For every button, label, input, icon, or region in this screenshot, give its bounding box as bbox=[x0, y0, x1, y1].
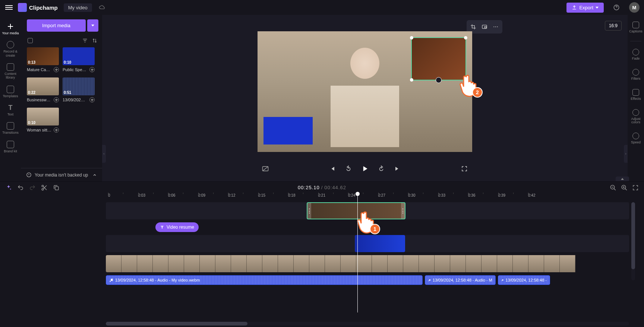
preview-pip-layer[interactable] bbox=[263, 117, 313, 145]
select-all-checkbox[interactable] bbox=[28, 38, 33, 43]
skip-back-button[interactable] bbox=[328, 165, 336, 173]
chevron-down-icon bbox=[91, 25, 94, 26]
svg-point-5 bbox=[495, 26, 496, 27]
play-button[interactable] bbox=[361, 165, 369, 173]
video-clip-filmstrip[interactable] bbox=[106, 255, 629, 272]
nav-text[interactable]: TText bbox=[0, 101, 21, 119]
duplicate-icon[interactable] bbox=[53, 184, 60, 191]
rotate-handle[interactable] bbox=[436, 77, 442, 83]
timecode: 00:25.10 / 00:44.62 bbox=[298, 185, 346, 190]
nav-transitions[interactable]: Transitions bbox=[0, 120, 21, 137]
preview-off-icon[interactable] bbox=[261, 165, 269, 173]
nav-record[interactable]: Record & create bbox=[0, 38, 21, 60]
pip-icon[interactable] bbox=[479, 22, 490, 32]
svg-point-6 bbox=[497, 26, 498, 27]
clip-trim-handle[interactable]: ⋮ bbox=[307, 203, 311, 219]
media-thumb[interactable]: 0:10 Public Speaki… bbox=[63, 47, 95, 72]
record-icon bbox=[7, 41, 14, 48]
prop-speed[interactable]: Speed bbox=[631, 131, 641, 146]
menu-icon[interactable] bbox=[4, 3, 13, 12]
clip-trim-handle[interactable]: ⋮ bbox=[401, 203, 405, 219]
info-icon bbox=[26, 172, 32, 178]
templates-icon bbox=[7, 86, 14, 93]
collapse-panel-right[interactable] bbox=[624, 145, 628, 163]
text-icon: T bbox=[7, 104, 14, 111]
vertical-scrollbar[interactable] bbox=[631, 202, 635, 280]
add-to-timeline-icon[interactable] bbox=[89, 97, 95, 102]
media-thumb[interactable]: 0:13 Mature Cauc… bbox=[27, 47, 59, 72]
nav-brand-kit[interactable]: Brand kit bbox=[0, 138, 21, 156]
preview-person bbox=[331, 41, 399, 147]
export-button[interactable]: Export bbox=[566, 3, 604, 13]
import-media-button[interactable]: Import media bbox=[27, 19, 86, 32]
rewind-button[interactable] bbox=[344, 165, 353, 173]
undo-icon[interactable] bbox=[17, 184, 24, 191]
ruler-tick: 0:42 bbox=[528, 193, 535, 197]
add-to-timeline-icon[interactable] bbox=[89, 67, 95, 72]
resize-handle[interactable] bbox=[464, 36, 467, 39]
forward-button[interactable] bbox=[377, 165, 385, 173]
cloud-sync-icon[interactable] bbox=[99, 4, 105, 11]
skip-forward-button[interactable] bbox=[394, 165, 402, 173]
prop-captions[interactable]: Captions bbox=[629, 20, 643, 35]
video-preview[interactable]: 2 bbox=[258, 31, 472, 152]
timeline-track[interactable] bbox=[106, 255, 629, 272]
prop-filters[interactable]: Filters bbox=[631, 67, 641, 82]
adjust-colors-icon bbox=[632, 109, 639, 116]
ruler-tick: 0:18 bbox=[288, 193, 295, 197]
prop-effects[interactable]: Effects bbox=[631, 88, 641, 102]
prop-fade[interactable]: Fade bbox=[632, 47, 640, 62]
filter-icon[interactable] bbox=[82, 38, 88, 44]
playhead[interactable] bbox=[357, 192, 358, 312]
audio-clip[interactable]: 13/09/2024, 12:58:48 - Audio - My video.… bbox=[106, 275, 423, 285]
audio-clip[interactable]: 13/09/2024, 12:58:48 - bbox=[498, 275, 550, 285]
media-thumb[interactable]: 0:22 Businesswoman … bbox=[27, 77, 59, 102]
import-media-dropdown[interactable] bbox=[87, 19, 98, 32]
ruler-tick: 0:09 bbox=[198, 193, 205, 197]
video-clip[interactable] bbox=[355, 235, 405, 252]
avatar[interactable]: M bbox=[629, 2, 640, 13]
more-icon[interactable] bbox=[490, 22, 501, 32]
text-clip[interactable]: Video resume bbox=[155, 222, 199, 232]
zoom-fit-icon[interactable] bbox=[632, 184, 639, 191]
nav-your-media[interactable]: Your media bbox=[0, 20, 21, 38]
collapse-panel-left[interactable] bbox=[102, 145, 106, 163]
crop-icon[interactable] bbox=[468, 22, 479, 32]
upload-icon bbox=[572, 5, 577, 10]
export-label: Export bbox=[579, 5, 593, 10]
add-to-timeline-icon[interactable] bbox=[54, 67, 59, 72]
fullscreen-button[interactable] bbox=[460, 165, 468, 173]
project-title[interactable]: My video bbox=[64, 3, 92, 12]
brand: Clipchamp bbox=[18, 3, 58, 12]
resize-handle[interactable] bbox=[410, 78, 413, 82]
scrollbar-thumb[interactable] bbox=[631, 202, 635, 269]
redo-icon[interactable] bbox=[29, 184, 36, 191]
add-to-timeline-icon[interactable] bbox=[54, 97, 59, 102]
audio-clip[interactable]: 13/09/2024, 12:58:48 - Audio - M bbox=[425, 275, 496, 285]
nav-templates[interactable]: Templates bbox=[0, 83, 21, 101]
ai-sparkle-icon[interactable] bbox=[5, 184, 12, 191]
zoom-out-icon[interactable] bbox=[610, 184, 616, 191]
svg-point-4 bbox=[493, 26, 494, 27]
aspect-ratio-button[interactable]: 16:9 bbox=[605, 21, 622, 31]
scrollbar-thumb[interactable] bbox=[106, 322, 247, 326]
timeline-track[interactable] bbox=[106, 235, 629, 252]
horizontal-scrollbar[interactable] bbox=[106, 322, 629, 326]
add-to-timeline-icon[interactable] bbox=[54, 127, 59, 133]
split-icon[interactable] bbox=[41, 184, 48, 191]
timeline-track[interactable]: 13/09/2024, 12:58:48 - Audio - My video.… bbox=[106, 275, 629, 285]
nav-content-library[interactable]: Content library bbox=[0, 61, 21, 82]
tutorial-badge: 1 bbox=[370, 224, 380, 234]
timeline-expand-tab[interactable] bbox=[616, 177, 629, 181]
resize-handle[interactable] bbox=[410, 36, 413, 39]
timeline-ruler[interactable]: 00:030:060:090:120:150:180:210:240:270:3… bbox=[106, 193, 644, 201]
help-icon[interactable] bbox=[611, 2, 622, 13]
media-thumb[interactable]: 0:51 13/09/2024, 1… bbox=[63, 77, 95, 102]
captions-icon bbox=[632, 22, 639, 28]
prop-adjust-colors[interactable]: Adjust colors bbox=[628, 108, 644, 126]
backup-status[interactable]: Your media isn't backed up bbox=[21, 168, 102, 181]
zoom-in-icon[interactable] bbox=[621, 184, 628, 191]
sort-icon[interactable] bbox=[92, 38, 98, 44]
media-thumb[interactable]: 0:10 Woman sittin… bbox=[27, 108, 59, 133]
ruler-tick: 0:12 bbox=[228, 193, 235, 197]
